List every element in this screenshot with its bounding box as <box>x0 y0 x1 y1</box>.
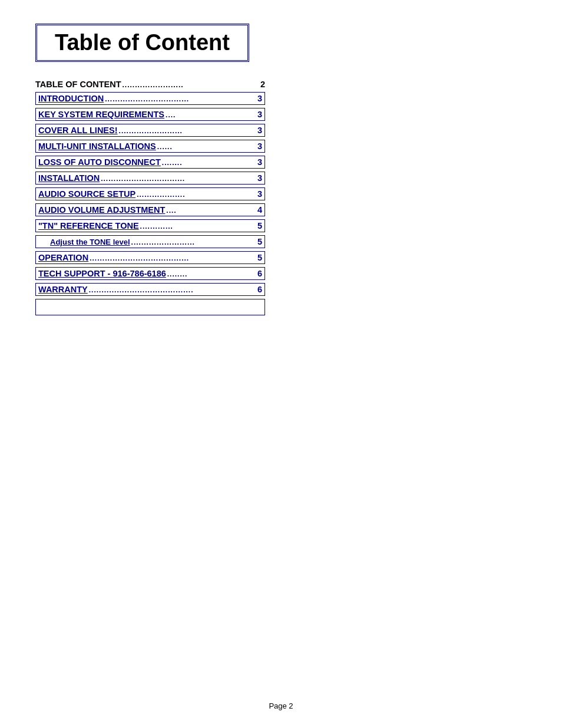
toc-entry-page: 3 <box>257 126 262 135</box>
toc-entry-label: Adjust the TONE level <box>38 238 130 246</box>
toc-entry-dots: ........ <box>166 270 257 278</box>
toc-row: AUDIO VOLUME ADJUSTMENT....4 <box>35 203 265 216</box>
page-title: Table of Content <box>55 30 230 55</box>
toc-entry-dots: ................... <box>135 190 257 199</box>
toc-entry-dots: ................................. <box>104 95 257 103</box>
toc-entry-page: 6 <box>257 285 262 294</box>
toc-entry-label: TABLE OF CONTENT <box>35 80 121 89</box>
title-box: Table of Content <box>35 24 249 62</box>
toc-entry-page: 3 <box>257 173 262 183</box>
toc-row: "TN" REFERENCE TONE.............5 <box>35 219 265 232</box>
toc-entry-page: 3 <box>257 94 262 103</box>
toc-entry-label: COVER ALL LINES! <box>38 126 118 135</box>
toc-entry-page: 3 <box>257 110 262 119</box>
toc-entry-dots: ......................... <box>130 238 257 246</box>
toc-row: INSTALLATION............................… <box>35 172 265 185</box>
toc-empty-box <box>35 299 265 315</box>
toc-row: Adjust the TONE level...................… <box>35 235 265 248</box>
toc-entry-label: OPERATION <box>38 253 88 262</box>
toc-entry-dots: .... <box>164 111 257 119</box>
toc-row: INTRODUCTION............................… <box>35 92 265 105</box>
toc-entry-label: INSTALLATION <box>38 173 100 183</box>
toc-entry-dots: ............. <box>139 222 257 230</box>
toc-entry-dots: ......................... <box>118 127 257 135</box>
toc-entry-label: LOSS OF AUTO DISCONNECT <box>38 157 161 167</box>
toc-entry-dots: ................................. <box>100 174 257 183</box>
toc-row: TECH SUPPORT - 916-786-6186........6 <box>35 267 265 280</box>
toc-entry-page: 4 <box>257 205 262 215</box>
toc-row: LOSS OF AUTO DISCONNECT........3 <box>35 156 265 169</box>
toc-entry-page: 3 <box>257 189 262 199</box>
toc-row: AUDIO SOURCE SETUP...................3 <box>35 187 265 200</box>
toc-row: KEY SYSTEM REQUIREMENTS....3 <box>35 108 265 121</box>
toc-entry-label: WARRANTY <box>38 285 88 294</box>
page: Table of Content TABLE OF CONTENT.......… <box>0 0 562 728</box>
toc-entry-dots: ........................................… <box>88 286 257 294</box>
toc-entry-dots: .... <box>165 206 257 215</box>
toc-entry-label: TECH SUPPORT - 916-786-6186 <box>38 269 166 278</box>
toc-entry-page: 5 <box>257 221 262 230</box>
toc-entry-dots: ....................................... <box>88 254 257 262</box>
toc-entry-label: AUDIO SOURCE SETUP <box>38 189 135 199</box>
toc-entry-dots: ........ <box>161 159 257 167</box>
toc-entry-page: 5 <box>257 253 262 262</box>
toc-row: COVER ALL LINES!........................… <box>35 124 265 137</box>
toc-entry-label: AUDIO VOLUME ADJUSTMENT <box>38 205 165 215</box>
toc-entry-page: 2 <box>260 80 265 89</box>
toc-entry-dots: ........................ <box>121 81 260 89</box>
toc-entry-page: 6 <box>257 269 262 278</box>
footer-text: Page 2 <box>269 701 293 710</box>
toc-entry-dots: ...... <box>156 143 257 151</box>
toc-entry-label: KEY SYSTEM REQUIREMENTS <box>38 110 164 119</box>
toc-entry-label: MULTI-UNIT INSTALLATIONS <box>38 141 156 151</box>
toc-row: MULTI-UNIT INSTALLATIONS......3 <box>35 140 265 153</box>
toc-row: TABLE OF CONTENT........................… <box>35 80 265 89</box>
toc-entry-label: "TN" REFERENCE TONE <box>38 221 139 230</box>
toc-entry-page: 5 <box>257 237 262 246</box>
toc-container: TABLE OF CONTENT........................… <box>35 80 527 296</box>
toc-row: OPERATION...............................… <box>35 251 265 264</box>
toc-entry-label: INTRODUCTION <box>38 94 104 103</box>
toc-row: WARRANTY................................… <box>35 283 265 296</box>
toc-entry-page: 3 <box>257 157 262 167</box>
page-footer: Page 2 <box>0 701 562 710</box>
toc-entry-page: 3 <box>257 141 262 151</box>
